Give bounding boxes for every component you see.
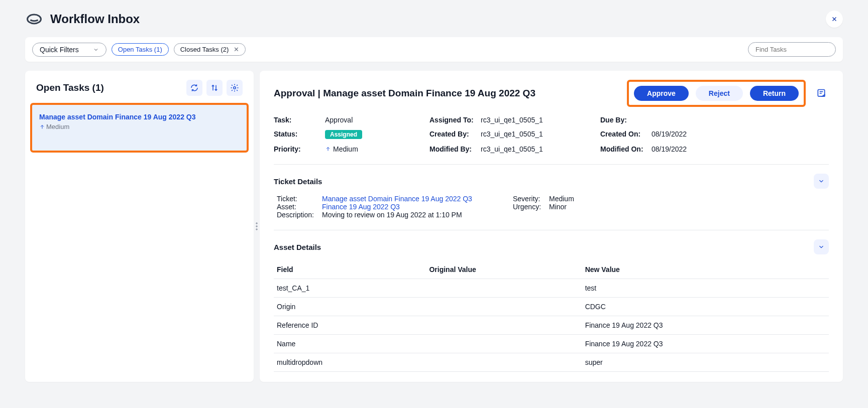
inbox-icon (25, 10, 43, 28)
asset-collapse-button[interactable] (814, 239, 829, 254)
status-badge: Assigned (325, 130, 362, 139)
return-button[interactable]: Return (750, 86, 799, 101)
meta-task-value: Approval (325, 116, 353, 124)
meta-assigned-value: rc3_ui_qe1_0505_1 (481, 116, 543, 124)
task-card-priority-text: Medium (46, 123, 69, 130)
col-field: Field (274, 260, 426, 279)
quick-filters-label: Quick Filters (40, 46, 79, 54)
action-buttons-group: Approve Reject Return (627, 80, 806, 107)
meta-priority-label: Priority: (274, 145, 319, 153)
meta-createdon-label: Created On: (600, 130, 645, 139)
meta-assigned-label: Assigned To: (429, 116, 475, 124)
urgency-value: Minor (549, 203, 567, 211)
meta-modifiedon-value: 08/19/2022 (652, 145, 687, 153)
open-tasks-title: Open Tasks (1) (36, 82, 104, 93)
chip-closed-tasks-label: Closed Tasks (2) (180, 46, 229, 53)
table-row: OriginCDGC (274, 298, 829, 316)
ticket-section-title: Ticket Details (274, 177, 322, 186)
panel-resize-handle[interactable] (254, 71, 260, 382)
svg-point-1 (234, 87, 236, 89)
col-original: Original Value (426, 260, 582, 279)
meta-modifiedby-value: rc3_ui_qe1_0505_1 (481, 145, 543, 153)
table-row: Reference IDFinance 19 Aug 2022 Q3 (274, 316, 829, 335)
refresh-button[interactable] (186, 80, 202, 96)
chip-closed-tasks[interactable]: Closed Tasks (2) ✕ (174, 43, 246, 56)
detail-title: Approval | Manage asset Domain Finance 1… (274, 88, 620, 99)
asset-table: Field Original Value New Value test_CA_1… (274, 260, 829, 372)
meta-createdby-label: Created By: (429, 130, 475, 139)
task-card-title: Manage asset Domain Finance 19 Aug 2022 … (39, 113, 240, 121)
search-box[interactable] (748, 42, 836, 57)
description-value: Moving to review on 19 Aug 2022 at 1:10 … (322, 211, 462, 219)
meta-modifiedon-label: Modified On: (600, 145, 645, 153)
svg-point-3 (256, 226, 258, 227)
meta-task-label: Task: (274, 116, 319, 124)
meta-createdon-value: 08/19/2022 (652, 130, 687, 139)
table-row: test_CA_1test (274, 279, 829, 298)
meta-modifiedby-label: Modified By: (429, 145, 475, 153)
task-card[interactable]: Manage asset Domain Finance 19 Aug 2022 … (30, 103, 249, 153)
reject-button[interactable]: Reject (696, 86, 743, 101)
sort-button[interactable] (206, 80, 223, 96)
ticket-label: Ticket: (277, 195, 318, 203)
severity-label: Severity: (513, 195, 545, 203)
svg-point-4 (256, 229, 258, 230)
col-new: New Value (582, 260, 829, 279)
close-button[interactable] (826, 11, 843, 28)
ticket-collapse-button[interactable] (814, 174, 829, 189)
chip-closed-tasks-remove-icon[interactable]: ✕ (234, 46, 239, 53)
arrow-up-icon (325, 146, 331, 152)
urgency-label: Urgency: (513, 203, 545, 211)
settings-button[interactable] (227, 80, 243, 96)
arrow-up-icon (39, 124, 45, 130)
open-tasks-panel: Open Tasks (1) Manage asset Domain Finan… (25, 71, 254, 382)
notes-icon[interactable] (814, 86, 829, 101)
meta-priority-value: Medium (325, 145, 358, 153)
approve-button[interactable]: Approve (634, 86, 689, 101)
chip-open-tasks[interactable]: Open Tasks (1) (112, 43, 169, 56)
filter-bar: Quick Filters Open Tasks (1) Closed Task… (25, 37, 843, 62)
detail-panel: Approval | Manage asset Domain Finance 1… (260, 71, 843, 382)
asset-section-title: Asset Details (274, 243, 321, 251)
ticket-link[interactable]: Manage asset Domain Finance 19 Aug 2022 … (322, 195, 472, 203)
asset-link[interactable]: Finance 19 Aug 2022 Q3 (322, 203, 400, 211)
asset-label: Asset: (277, 203, 318, 211)
chip-open-tasks-label: Open Tasks (1) (118, 46, 162, 53)
meta-dueby-label: Due By: (600, 116, 645, 124)
search-input[interactable] (754, 45, 841, 54)
description-label: Description: (277, 211, 318, 219)
table-row: multidropdownsuper (274, 353, 829, 372)
svg-point-2 (256, 223, 258, 224)
meta-status-label: Status: (274, 130, 319, 139)
page-title: Workflow Inbox (50, 12, 140, 26)
table-row: NameFinance 19 Aug 2022 Q3 (274, 335, 829, 353)
meta-createdby-value: rc3_ui_qe1_0505_1 (481, 130, 543, 139)
severity-value: Medium (549, 195, 574, 203)
task-card-priority: Medium (39, 123, 240, 130)
quick-filters-dropdown[interactable]: Quick Filters (32, 43, 106, 57)
